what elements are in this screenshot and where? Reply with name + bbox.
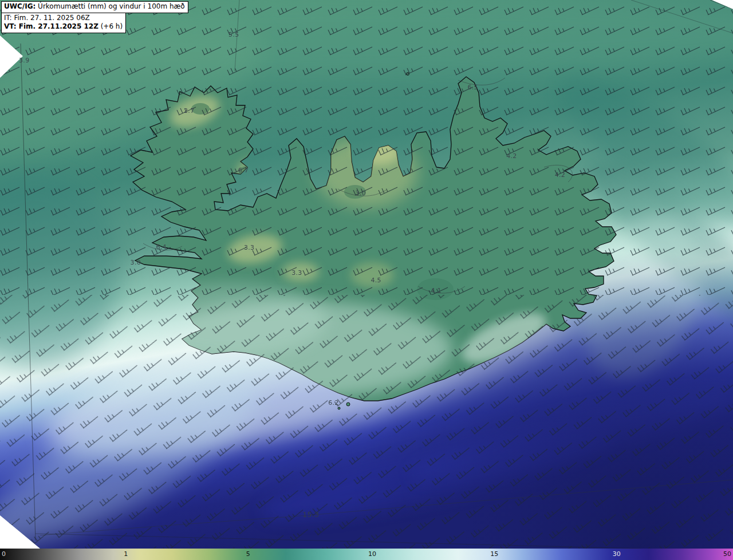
wind-barbs-layer	[0, 0, 733, 560]
colorbar-tick: 5	[245, 549, 250, 560]
valid-time: VT: Fim. 27.11.2025 12Z (+6 h)	[4, 22, 123, 31]
valid-time-offset: (+6 h)	[98, 22, 123, 30]
init-time: IT: Fim. 27. 11. 2025 06Z	[4, 14, 123, 23]
colorbar-tick: 50	[723, 549, 731, 560]
map-canvas	[0, 0, 733, 560]
colorbar-tick: 0	[0, 549, 6, 560]
title-block: UWC/IG: Úrkomumætti (mm) og vindur i 100…	[1, 1, 188, 33]
valid-time-bold: VT: Fim. 27.11.2025 12Z	[4, 22, 98, 30]
map-title-box: UWC/IG: Úrkomumætti (mm) og vindur i 100…	[1, 1, 188, 13]
colorbar: 01510153050	[0, 549, 733, 560]
colorbar-tick: 10	[366, 549, 376, 560]
colorbar-tick: 1	[122, 549, 128, 560]
colorbar-tick: 15	[488, 549, 498, 560]
map-title: Úrkomumætti (mm) og vindur i 100m hæð	[36, 2, 184, 10]
weather-map: 5.53.96.52.74.24.26.73.06.43.03.33.34.54…	[0, 0, 733, 560]
colorbar-tick: 30	[611, 549, 621, 560]
model-label: UWC/IG:	[4, 2, 36, 10]
colorbar-ticks: 01510153050	[0, 549, 733, 560]
time-info-box: IT: Fim. 27. 11. 2025 06Z VT: Fim. 27.11…	[1, 13, 126, 33]
